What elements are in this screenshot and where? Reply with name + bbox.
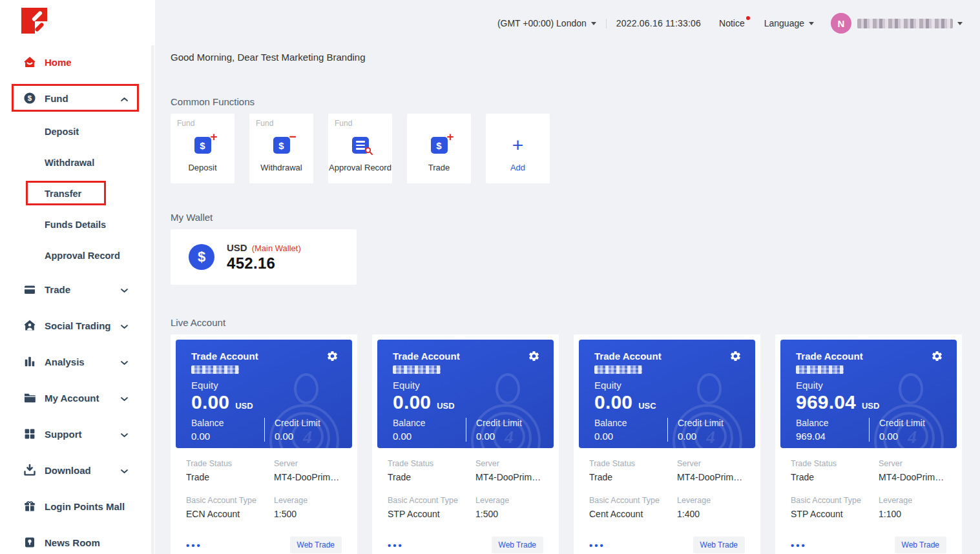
sidebar-item-approval-record[interactable]: Approval Record bbox=[0, 240, 155, 271]
server-label: Server bbox=[879, 459, 946, 468]
analysis-icon bbox=[23, 355, 36, 368]
leverage-value: 1:100 bbox=[879, 509, 946, 519]
sidebar-sub-label: Withdrawal bbox=[45, 158, 94, 168]
username-redacted[interactable] bbox=[857, 19, 953, 28]
web-trade-button[interactable]: Web Trade bbox=[290, 537, 342, 553]
sidebar-item-label: Support bbox=[45, 429, 82, 440]
more-actions-button[interactable]: ••• bbox=[589, 540, 605, 551]
leverage-value: 1:500 bbox=[274, 509, 342, 519]
settings-icon[interactable] bbox=[729, 350, 742, 365]
sidebar-item-fund[interactable]: $ Fund bbox=[0, 80, 155, 116]
deposit-icon: $+ bbox=[194, 136, 211, 155]
account-details: Trade StatusTrade ServerMT4-DooPrime-Li.… bbox=[176, 448, 352, 533]
more-actions-button[interactable]: ••• bbox=[186, 540, 202, 551]
cf-card-withdrawal[interactable]: Fund $− Withdrawal bbox=[249, 114, 313, 183]
sidebar-item-deposit[interactable]: Deposit bbox=[0, 116, 155, 147]
live-account-title: Live Account bbox=[171, 317, 963, 328]
cf-card-trade[interactable]: $+ Trade bbox=[407, 114, 471, 183]
sidebar-item-my-account[interactable]: My Account bbox=[0, 380, 155, 416]
sidebar-item-trade[interactable]: Trade bbox=[0, 271, 155, 307]
equity-label: Equity bbox=[191, 380, 338, 391]
account-type-label: Basic Account Type bbox=[388, 496, 475, 505]
more-actions-button[interactable]: ••• bbox=[791, 540, 807, 551]
notice-label: Notice bbox=[719, 18, 745, 28]
web-trade-button[interactable]: Web Trade bbox=[693, 537, 745, 553]
cf-card-approval-record[interactable]: Fund Approval Record bbox=[328, 114, 392, 183]
caret-down-icon bbox=[957, 22, 963, 25]
more-actions-button[interactable]: ••• bbox=[388, 540, 404, 551]
sidebar-item-label: Home bbox=[45, 57, 72, 68]
datetime-label: 2022.06.16 11:33:06 bbox=[616, 18, 701, 28]
chevron-down-icon bbox=[121, 356, 128, 367]
live-account-card: Trade Account Equity 969.04 USD Balance … bbox=[775, 334, 962, 554]
main-content: (GMT +00:00) London 2022.06.16 11:33:06 … bbox=[155, 0, 980, 554]
sidebar-item-label: My Account bbox=[45, 393, 99, 404]
equity-value: 0.00 bbox=[191, 391, 229, 413]
trade-status-value: Trade bbox=[589, 472, 677, 482]
server-value: MT4-DooPrime-Li... bbox=[274, 472, 342, 482]
server-label: Server bbox=[475, 459, 543, 468]
sidebar-item-funds-details[interactable]: Funds Details bbox=[0, 209, 155, 240]
sidebar-item-transfer[interactable]: Transfer bbox=[0, 178, 155, 209]
brand-logo-icon[interactable] bbox=[21, 8, 47, 34]
web-trade-button[interactable]: Web Trade bbox=[492, 537, 543, 553]
cf-card-deposit[interactable]: Fund $+ Deposit bbox=[171, 114, 235, 183]
trade-status-label: Trade Status bbox=[388, 459, 475, 468]
account-card-title: Trade Account bbox=[594, 351, 741, 362]
sidebar-item-home[interactable]: Home bbox=[0, 44, 155, 80]
login-points-mall-icon bbox=[23, 500, 36, 513]
my-wallet-title: My Wallet bbox=[171, 212, 963, 223]
wallet-card[interactable]: $ USD (Main Wallet) 452.16 bbox=[171, 229, 357, 285]
account-type-value: Cent Account bbox=[589, 509, 677, 519]
timezone-dropdown[interactable]: (GMT +00:00) London bbox=[497, 18, 596, 28]
server-label: Server bbox=[274, 459, 342, 468]
live-account-card: Trade Account Equity 0.00 USC Balance 0.… bbox=[574, 334, 760, 554]
caret-down-icon bbox=[809, 22, 814, 25]
sidebar-item-social-trading[interactable]: Social Trading bbox=[0, 307, 155, 344]
sidebar-item-login-points-mall[interactable]: Login Points Mall bbox=[0, 488, 155, 524]
account-type-value: STP Account bbox=[791, 509, 879, 519]
news-room-icon bbox=[23, 536, 36, 549]
notice-button[interactable]: Notice bbox=[719, 18, 745, 28]
account-number-redacted bbox=[393, 365, 441, 374]
equity-label: Equity bbox=[393, 380, 539, 391]
leverage-value: 1:500 bbox=[475, 509, 543, 519]
account-details: Trade StatusTrade ServerMT4-DooPrime-Li.… bbox=[780, 448, 957, 533]
balance-label: Balance bbox=[393, 418, 466, 428]
sidebar-item-support[interactable]: Support bbox=[0, 416, 155, 452]
logo-stroke-white bbox=[32, 10, 43, 22]
timezone-label: (GMT +00:00) London bbox=[497, 18, 587, 28]
credit-limit-label: Credit Limit bbox=[879, 418, 925, 428]
language-dropdown[interactable]: Language bbox=[764, 18, 814, 28]
server-value: MT4-DooPrime-Li... bbox=[677, 472, 745, 482]
cf-category: Fund bbox=[256, 119, 273, 128]
credit-limit-value: 0.00 bbox=[879, 431, 925, 442]
panel-divider bbox=[264, 418, 265, 442]
sidebar-item-news-room[interactable]: News Room bbox=[0, 524, 155, 554]
sidebar-item-download[interactable]: Download bbox=[0, 452, 155, 488]
account-number-redacted bbox=[796, 365, 844, 374]
credit-limit-value: 0.00 bbox=[275, 431, 320, 442]
trade-status-label: Trade Status bbox=[186, 459, 274, 468]
settings-icon[interactable] bbox=[528, 350, 540, 365]
web-trade-button[interactable]: Web Trade bbox=[895, 537, 946, 553]
account-details: Trade StatusTrade ServerMT4-DooPrime-Li.… bbox=[579, 448, 755, 533]
trade-status-value: Trade bbox=[186, 472, 274, 482]
sidebar-item-analysis[interactable]: Analysis bbox=[0, 344, 155, 380]
account-panel: Trade Account Equity 0.00 USC Balance 0.… bbox=[579, 340, 755, 448]
minus-badge-icon: − bbox=[289, 130, 296, 143]
wallet-icon: $ bbox=[189, 244, 214, 270]
topbar: (GMT +00:00) London 2022.06.16 11:33:06 … bbox=[171, 0, 963, 46]
live-account-card: Trade Account Equity 0.00 USD Balance 0.… bbox=[171, 334, 357, 554]
cf-card-add[interactable]: + Add bbox=[486, 114, 550, 183]
sidebar-item-withdrawal[interactable]: Withdrawal bbox=[0, 147, 155, 178]
settings-icon[interactable] bbox=[326, 350, 339, 365]
sidebar-item-label: Login Points Mall bbox=[45, 501, 125, 512]
server-value: MT4-DooPrime-Li... bbox=[475, 472, 543, 482]
avatar[interactable]: N bbox=[831, 13, 851, 34]
server-value: MT4-DooPrime-Li... bbox=[879, 472, 946, 482]
trade-status-value: Trade bbox=[791, 472, 879, 482]
sidebar-item-label: Trade bbox=[45, 284, 70, 295]
magnifier-badge-icon bbox=[364, 147, 373, 158]
settings-icon[interactable] bbox=[931, 350, 943, 365]
